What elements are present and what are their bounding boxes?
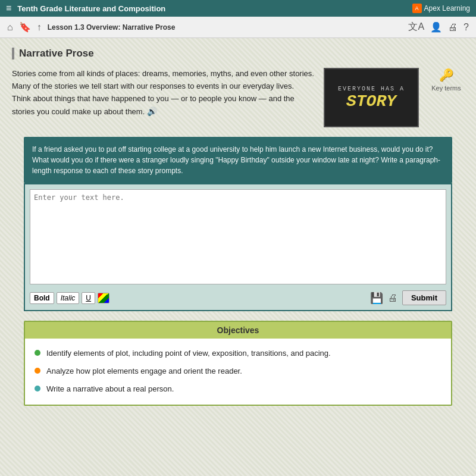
objectives-header: Objectives — [25, 322, 451, 339]
hamburger-menu-icon[interactable]: ≡ — [6, 3, 11, 14]
back-icon[interactable]: ↑ — [37, 22, 42, 33]
toolbar-left: Bold Italic U — [30, 292, 109, 304]
main-content: Narrative Prose Stories come from all ki… — [0, 38, 476, 476]
top-bar-left: ≡ Tenth Grade Literature and Composition — [6, 3, 165, 14]
objective-item-1: Identify elements of plot, including poi… — [35, 345, 441, 362]
bold-button[interactable]: Bold — [30, 292, 54, 304]
translate-icon[interactable]: 文A — [408, 21, 424, 33]
toolbar-right: 💾 🖨 Submit — [370, 290, 446, 305]
intro-text: Stories come from all kinds of places: d… — [12, 68, 314, 118]
objective-bullet-1 — [35, 350, 40, 356]
avatar-icon[interactable]: 👤 — [430, 21, 442, 33]
top-bar-right: A Apex Learning — [412, 4, 470, 13]
color-picker-icon[interactable] — [98, 293, 109, 303]
help-icon[interactable]: ? — [464, 22, 469, 33]
audio-icon[interactable]: 🔊 — [147, 107, 157, 116]
objective-text-2: Analyze how plot elements engage and ori… — [46, 366, 242, 377]
section-title: Narrative Prose — [12, 48, 464, 60]
objective-text-3: Write a narrative about a real person. — [46, 384, 174, 394]
underline-button[interactable]: U — [82, 292, 95, 304]
text-editor-container: Bold Italic U 💾 🖨 Submit — [24, 183, 452, 311]
bookmark-icon[interactable]: 🔖 — [19, 21, 31, 33]
objective-text-1: Identify elements of plot, including poi… — [46, 348, 331, 359]
key-icon: 🔑 — [439, 68, 454, 82]
objectives-container: Objectives Identify elements of plot, in… — [24, 321, 452, 406]
objective-item-2: Analyze how plot elements engage and ori… — [35, 362, 441, 380]
intro-block: Stories come from all kinds of places: d… — [12, 68, 464, 127]
print-icon[interactable]: 🖨 — [448, 22, 458, 33]
course-title: Tenth Grade Literature and Composition — [17, 4, 165, 13]
save-icon[interactable]: 💾 — [370, 292, 383, 305]
editor-toolbar: Bold Italic U 💾 🖨 Submit — [30, 290, 446, 305]
objective-bullet-2 — [35, 368, 40, 374]
story-image: EVERYONE HAS A STORY — [324, 68, 419, 127]
submit-button[interactable]: Submit — [402, 290, 446, 305]
everyone-text: EVERYONE HAS A — [338, 86, 405, 92]
key-terms-box[interactable]: 🔑 Key terms — [428, 68, 464, 92]
home-icon[interactable]: ⌂ — [7, 22, 13, 33]
apex-label: Apex Learning — [424, 4, 470, 12]
nav-bar-left: ⌂ 🔖 ↑ Lesson 1.3 Overview: Narrative Pro… — [7, 21, 175, 33]
objectives-list: Identify elements of plot, including poi… — [25, 339, 451, 405]
italic-button[interactable]: Italic — [57, 292, 80, 304]
lesson-label: Lesson 1.3 Overview: Narrative Prose — [48, 23, 176, 32]
nav-bar-right: 文A 👤 🖨 ? — [408, 21, 469, 33]
top-bar: ≡ Tenth Grade Literature and Composition… — [0, 0, 476, 17]
lesson-title: Narrative Prose — [123, 23, 176, 32]
prompt-text: If a friend asked you to put off startin… — [32, 145, 440, 175]
key-terms-label: Key terms — [431, 84, 461, 92]
apex-logo-icon: A — [412, 4, 422, 13]
response-textarea[interactable] — [30, 189, 446, 284]
prompt-box: If a friend asked you to put off startin… — [24, 137, 452, 183]
print-toolbar-icon[interactable]: 🖨 — [388, 293, 397, 303]
objective-item-3: Write a narrative about a real person. — [35, 380, 441, 398]
story-big-text: STORY — [346, 93, 396, 110]
nav-bar: ⌂ 🔖 ↑ Lesson 1.3 Overview: Narrative Pro… — [0, 17, 476, 38]
apex-logo: A Apex Learning — [412, 4, 470, 13]
objective-bullet-3 — [35, 386, 40, 392]
